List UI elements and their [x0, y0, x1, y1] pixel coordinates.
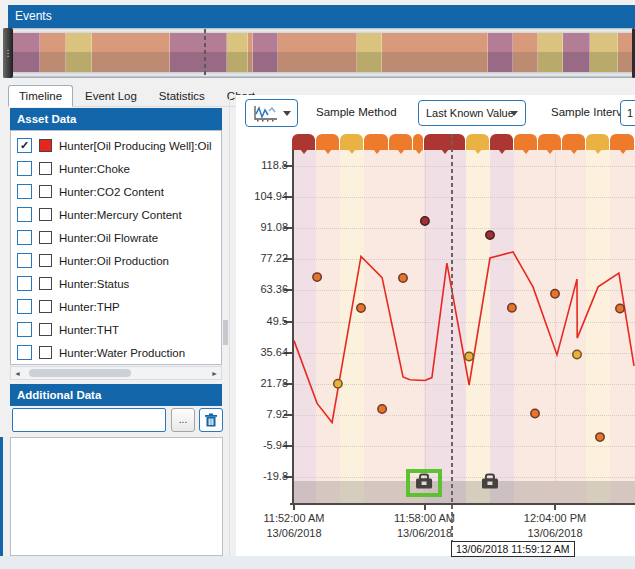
- asset-row: ✓Hunter[Oil Producing Well]:Oil: [11, 134, 221, 157]
- additional-data-input[interactable]: [12, 408, 166, 432]
- additional-data-header: Additional Data: [10, 384, 222, 406]
- asset-label: Hunter:CO2 Content: [59, 186, 164, 198]
- sample-method-select[interactable]: Last Known Value: [418, 100, 526, 126]
- line-chart-icon: [252, 105, 278, 122]
- color-swatch[interactable]: [39, 300, 52, 313]
- color-swatch[interactable]: [39, 346, 52, 359]
- asset-data-title: Asset Data: [17, 113, 76, 125]
- event-color-blocks: [13, 33, 632, 72]
- asset-label: Hunter:Choke: [59, 163, 130, 175]
- asset-list-vertical-scrollbar[interactable]: [223, 130, 228, 365]
- event-block-purple[interactable]: [253, 33, 278, 72]
- event-block-salmon[interactable]: [513, 33, 538, 72]
- events-panel-header: Events: [8, 5, 635, 28]
- asset-checkbox[interactable]: ✓: [17, 138, 32, 153]
- scroll-right-arrow[interactable]: ►: [211, 367, 218, 380]
- application-window: Events ⋮ TimelineEvent LogStatisticsChar…: [0, 0, 635, 569]
- sample-method-value: Last Known Value: [426, 107, 514, 119]
- strip-drag-handle-left[interactable]: ⋮: [3, 28, 13, 78]
- asset-row: Hunter:Choke: [11, 157, 221, 180]
- asset-row: Hunter:CO2 Content: [11, 180, 221, 203]
- event-block-yellow[interactable]: [538, 33, 563, 72]
- event-block-salmon[interactable]: [92, 33, 170, 72]
- color-swatch[interactable]: [39, 185, 52, 198]
- browse-button[interactable]: ...: [171, 408, 195, 432]
- trash-icon: [204, 413, 218, 428]
- additional-data-list: [10, 437, 223, 556]
- asset-row: Hunter:Oil Flowrate: [11, 226, 221, 249]
- asset-label: Hunter:Water Production: [59, 347, 185, 359]
- sample-method-label: Sample Method: [316, 106, 397, 118]
- event-block-salmon[interactable]: [618, 33, 632, 72]
- asset-checkbox[interactable]: [17, 207, 32, 222]
- grip-dots-icon: ⋮: [4, 48, 13, 58]
- window-bottom-strip: [0, 556, 635, 569]
- asset-label: Hunter:Status: [59, 278, 129, 290]
- events-strip-cursor-line: [204, 29, 206, 77]
- asset-row: Hunter:THP: [11, 295, 221, 318]
- events-timeline-strip[interactable]: ⋮: [3, 28, 635, 78]
- chevron-down-icon: [283, 111, 291, 116]
- asset-row: Hunter:Water Production: [11, 341, 221, 364]
- asset-label: Hunter:Mercury Content: [59, 209, 182, 221]
- asset-label: Hunter:Oil Flowrate: [59, 232, 158, 244]
- color-swatch[interactable]: [39, 277, 52, 290]
- color-swatch[interactable]: [39, 208, 52, 221]
- asset-label: Hunter[Oil Producing Well]:Oil: [59, 140, 212, 152]
- asset-label: Hunter:THT: [59, 324, 119, 336]
- event-block-purple[interactable]: [170, 33, 227, 72]
- event-block-yellow[interactable]: [357, 33, 382, 72]
- event-block-purple[interactable]: [563, 33, 590, 72]
- delete-button[interactable]: [199, 408, 223, 432]
- tab-event-log[interactable]: Event Log: [75, 86, 147, 106]
- color-swatch[interactable]: [39, 254, 52, 267]
- event-block-salmon[interactable]: [40, 33, 66, 72]
- color-swatch[interactable]: [39, 323, 52, 336]
- asset-checkbox[interactable]: [17, 253, 32, 268]
- asset-checkbox[interactable]: [17, 161, 32, 176]
- asset-checkbox[interactable]: [17, 322, 32, 337]
- asset-label: Hunter:Oil Production: [59, 255, 169, 267]
- event-block-yellow[interactable]: [66, 33, 92, 72]
- chart-type-dropdown[interactable]: [245, 99, 298, 127]
- event-block-purple[interactable]: [488, 33, 513, 72]
- asset-checkbox[interactable]: [17, 184, 32, 199]
- event-block-salmon[interactable]: [278, 33, 357, 72]
- asset-checkbox[interactable]: [17, 276, 32, 291]
- asset-list-horizontal-scrollbar[interactable]: ◄ ►: [10, 366, 222, 380]
- asset-row: Hunter:Mercury Content: [11, 203, 221, 226]
- sample-interval-value: 1 m: [627, 107, 635, 119]
- color-swatch[interactable]: [39, 162, 52, 175]
- tab-statistics[interactable]: Statistics: [149, 86, 215, 106]
- asset-data-header: Asset Data: [10, 108, 222, 130]
- asset-checkbox[interactable]: [17, 230, 32, 245]
- event-block-yellow[interactable]: [590, 33, 618, 72]
- scrollbar-thumb[interactable]: [29, 369, 131, 377]
- asset-row: Hunter:Status: [11, 272, 221, 295]
- color-swatch[interactable]: [39, 231, 52, 244]
- chart-panel: [236, 95, 635, 556]
- chevron-down-icon: [510, 111, 518, 116]
- color-swatch[interactable]: [39, 139, 52, 152]
- event-block-purple[interactable]: [13, 33, 40, 72]
- event-block-salmon[interactable]: [382, 33, 488, 72]
- asset-row: Hunter:Oil Production: [11, 249, 221, 272]
- additional-data-title: Additional Data: [17, 389, 101, 401]
- asset-checkbox[interactable]: [17, 345, 32, 360]
- sample-interval-label: Sample Interval: [551, 106, 631, 118]
- event-block-yellow[interactable]: [227, 33, 248, 72]
- asset-label: Hunter:THP: [59, 301, 120, 313]
- left-edge-accent: [0, 437, 3, 556]
- asset-checkbox[interactable]: [17, 299, 32, 314]
- panel-divider: [229, 95, 230, 556]
- sample-interval-select[interactable]: 1 m: [620, 100, 635, 126]
- scroll-left-arrow[interactable]: ◄: [14, 367, 21, 380]
- asset-data-list: ✓Hunter[Oil Producing Well]:OilHunter:Ch…: [10, 130, 222, 365]
- asset-row: Hunter:THT: [11, 318, 221, 341]
- scrollbar-thumb[interactable]: [223, 320, 228, 345]
- events-panel-title: Events: [15, 9, 52, 23]
- tab-timeline[interactable]: Timeline: [8, 85, 73, 107]
